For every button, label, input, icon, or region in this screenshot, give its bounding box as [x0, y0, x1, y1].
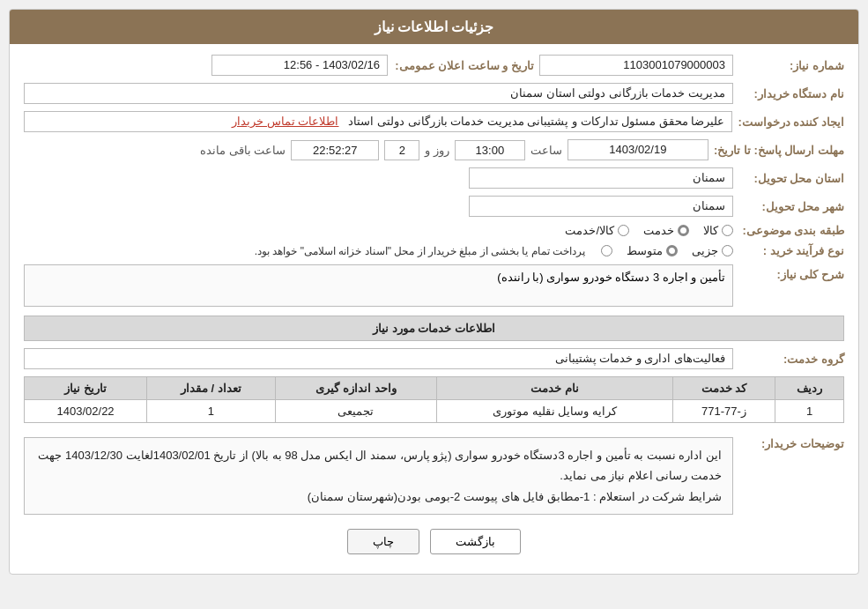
- buyer-name-value: مدیریت خدمات بازرگانی دولتی استان سمنان: [24, 83, 733, 104]
- announcement-label: تاریخ و ساعت اعلان عمومی:: [393, 59, 534, 72]
- table-row: 1ز-77-771کرایه وسایل نقلیه موتوریتجمیعی1…: [25, 400, 844, 423]
- process-radio-other: [601, 245, 612, 256]
- description-label: توضیحات خریدار:: [738, 437, 844, 450]
- creator-value: علیرضا محقق مسئول تداركات و پشتیبانی مدی…: [24, 111, 732, 132]
- category-radio-goods: [722, 225, 733, 236]
- deadline-time-label: ساعت: [530, 144, 562, 157]
- category-option-service[interactable]: خدمت: [643, 224, 689, 237]
- back-button[interactable]: بازگشت: [430, 529, 521, 554]
- process-option-other[interactable]: [597, 245, 612, 256]
- services-section-header: اطلاعات خدمات مورد نیاز: [24, 316, 844, 341]
- process-radio-partial: [722, 245, 733, 256]
- process-label: نوع فرآیند خرید :: [738, 244, 844, 257]
- cell-unit: تجمیعی: [275, 400, 436, 423]
- process-option-partial[interactable]: جزیی: [692, 244, 733, 257]
- deadline-time: 13:00: [455, 140, 525, 160]
- category-radio-service: [678, 225, 689, 236]
- cell-name: کرایه وسایل نقلیه موتوری: [437, 400, 673, 423]
- deadline-date: 1403/02/19: [568, 139, 708, 160]
- process-note: پرداخت تمام یا بخشی از مبلغ خریدار از مح…: [255, 245, 585, 257]
- category-option-goods[interactable]: کالا: [703, 224, 733, 237]
- category-label-both: کالا/خدمت: [565, 224, 614, 237]
- need-number-label: شماره نیاز:: [738, 59, 844, 72]
- announcement-value: 1403/02/16 - 12:56: [211, 55, 388, 76]
- category-option-both[interactable]: کالا/خدمت: [565, 224, 629, 237]
- buyer-name-label: نام دستگاه خریدار:: [738, 87, 844, 100]
- cell-qty: 1: [147, 400, 276, 423]
- need-number-value: 1103001079000003: [539, 55, 733, 76]
- creator-label: ایجاد کننده درخواست:: [738, 115, 844, 129]
- deadline-day-label: روز و: [425, 144, 449, 157]
- creator-link[interactable]: اطلاعات تماس خریدار: [232, 115, 338, 128]
- process-label-medium: متوسط: [627, 244, 663, 257]
- need-summary-value[interactable]: تأمین و اجاره 3 دستگاه خودرو سواری (با ر…: [24, 264, 733, 307]
- service-table: ردیف کد خدمت نام خدمت واحد اندازه گیری ت…: [24, 376, 844, 423]
- need-summary-label: شرح کلی نیاز:: [738, 268, 844, 281]
- col-header-unit: واحد اندازه گیری: [275, 377, 436, 400]
- category-label-goods: کالا: [703, 224, 718, 237]
- cell-row: 1: [775, 400, 844, 423]
- category-radio-both: [618, 225, 629, 236]
- deadline-remaining-label: ساعت باقی مانده: [200, 144, 286, 157]
- service-group-value: فعالیت‌های اداری و خدمات پشتیبانی: [24, 348, 733, 369]
- service-group-label: گروه خدمت:: [738, 353, 844, 366]
- process-label-partial: جزیی: [692, 244, 718, 257]
- cell-date: 1403/02/22: [25, 400, 147, 423]
- category-label: طبقه بندی موضوعی:: [738, 224, 844, 237]
- print-button[interactable]: چاپ: [347, 529, 419, 554]
- category-label-service: خدمت: [643, 224, 674, 237]
- page-title: جزئیات اطلاعات نیاز: [10, 10, 858, 44]
- deadline-days: 2: [384, 140, 419, 160]
- button-row: بازگشت چاپ: [24, 529, 844, 563]
- deadline-label: مهلت ارسال پاسخ: تا تاریخ:: [714, 144, 844, 157]
- deadline-remaining: 22:52:27: [291, 140, 379, 160]
- description-value: این اداره نسبت به تأمین و اجاره 3دستگاه …: [24, 437, 733, 515]
- col-header-code: کد خدمت: [672, 377, 775, 400]
- category-options: کالا خدمت کالا/خدمت: [565, 224, 733, 237]
- cell-code: ز-77-771: [672, 400, 775, 423]
- col-header-row: ردیف: [775, 377, 844, 400]
- province-value: سمنان: [469, 167, 733, 189]
- province-label: استان محل تحویل:: [738, 172, 844, 185]
- city-value: سمنان: [469, 196, 733, 217]
- city-label: شهر محل تحویل:: [738, 200, 844, 213]
- process-option-medium[interactable]: متوسط: [627, 244, 678, 257]
- col-header-name: نام خدمت: [437, 377, 673, 400]
- col-header-qty: تعداد / مقدار: [147, 377, 276, 400]
- process-radio-medium: [666, 245, 678, 256]
- col-header-date: تاریخ نیاز: [25, 377, 147, 400]
- process-options: جزیی متوسط: [597, 244, 733, 257]
